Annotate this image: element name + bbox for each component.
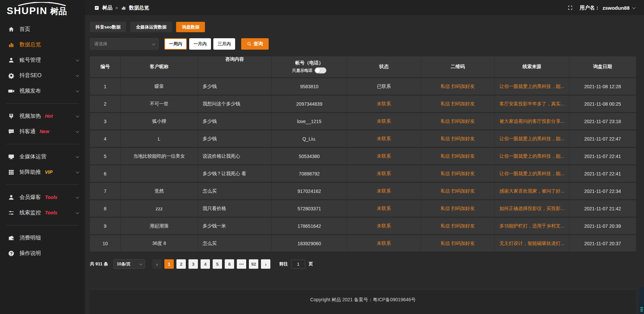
logo-text-cn: 树品 [50,6,67,17]
page-button[interactable]: 92 [249,259,258,269]
sidebar-item[interactable]: 抖音SEO [0,68,85,83]
fullscreen-icon[interactable] [568,5,573,10]
breadcrumb-root[interactable]: 树品 [102,5,112,11]
tab-active[interactable]: 询盘数据 [176,22,205,32]
cell-qrcode-link[interactable]: 私信 扫码加好友 [421,113,495,129]
sidebar-divider [6,185,79,185]
sliders-icon [8,210,14,216]
cell-date: 2021-11-08 12:28 [569,78,636,95]
table-row: 6多少钱？让我死心 看70898792未联系私信 扫码加好友让你一眼就爱上的黑科… [90,165,636,182]
sidebar-item[interactable]: 数据总览 [0,37,85,52]
goto-suffix: 页 [309,261,313,267]
cell-qrcode-link[interactable]: 私信 扫码加好友 [421,165,495,182]
app-window: SHUPIN 树品 首页数据总览账号管理抖音SEO视频发布视频加热Hot抖客通N… [0,0,644,314]
cell-date: 2021-11-07 22:47 [569,130,636,147]
cell-status: 未联系 [347,113,421,129]
sidebar-divider [6,225,79,225]
cell-qrcode-link[interactable]: 私信 扫码加好友 [421,78,495,95]
cell-content: 多少钱 [198,78,272,95]
col-header-content: 咨询内容 [198,56,272,77]
filter-bar: 请选择 一周内一月内三月内 查询 [90,38,636,50]
user-icon [8,57,14,63]
cell-source-link[interactable]: 让你一眼就爱上的黑科技，能... [495,148,569,164]
sidebar-item[interactable]: 首页 [0,21,85,37]
page-button[interactable]: 2 [176,259,186,269]
phone-only-toggle[interactable] [315,67,326,73]
pagination: 共 911 条 10条/页 ‹123456•••92› 前往 页 [90,259,636,269]
page-size-value: 10条/页 [117,261,130,267]
col-header-status: 状态 [347,56,421,77]
cell-serial: 2 [90,96,121,112]
cell-serial: 10 [90,235,121,252]
range-button[interactable]: 一周内 [164,38,187,50]
table-row: 8zzz我只看价格572803371未联系私信 扫码加好友如何正确选择投影仪，买… [90,200,636,217]
user-menu[interactable]: 用户名：zswodun88 [580,5,635,11]
username-label: 用户名： [580,5,600,11]
cell-qrcode-link[interactable]: 私信 扫码加好友 [421,148,495,164]
cell-status: 未联系 [347,130,421,147]
edge-widget[interactable] [639,287,644,314]
sidebar-item[interactable]: 消费明细 [0,230,85,246]
cell-date: 2021-11-07 20:37 [569,235,636,252]
cell-source-link[interactable]: 被大家追着问的客厅投影分享... [495,113,569,129]
cell-qrcode-link[interactable]: 私信 扫码加好友 [421,235,495,252]
breadcrumb-separator: > [115,5,118,10]
cell-nickname: 当地比较能吃的一位美女 [121,148,198,164]
page-button[interactable]: 5 [213,259,222,269]
range-button[interactable]: 三月内 [213,38,235,50]
cell-qrcode-link[interactable]: 私信 扫码加好友 [421,96,495,112]
prev-page-button[interactable]: ‹ [152,259,162,269]
sidebar-item[interactable]: 账号管理 [0,52,85,68]
logo-text-en: SHUPIN [7,5,48,16]
range-button[interactable]: 一月内 [189,38,211,50]
cell-source-link[interactable]: 如何正确选择投影仪，买投影... [495,200,569,217]
goto-label: 前往 [279,261,288,267]
cell-source-link[interactable]: 感谢大家喜欢我家，被问了好... [495,183,569,199]
app-logo: SHUPIN 树品 [0,0,85,18]
sidebar-item[interactable]: 视频发布 [0,83,85,99]
page-button[interactable]: 1 [164,259,174,269]
more-pages-button[interactable]: ••• [237,259,246,269]
cell-content: 多少钱一米 [198,218,272,234]
sidebar-item[interactable]: 矩阵助推VIP [0,164,85,180]
cell-nickname: 狐小狸 [121,113,198,129]
cell-qrcode-link[interactable]: 私信 扫码加好友 [421,183,495,199]
chat-icon [8,128,14,135]
cell-source-link[interactable]: 让你一眼就爱上的黑科技，能... [495,78,569,95]
cell-content: 我只看价格 [198,200,272,217]
col-header-nickname: 客户昵称 [121,56,198,77]
next-page-button[interactable]: › [261,259,270,269]
sidebar-item[interactable]: 视频加热Hot [0,108,85,124]
sidebar-item[interactable]: 抖客通New [0,124,85,139]
sidebar-item[interactable]: 线索监控Tools [0,205,85,220]
cell-source-link[interactable]: 让你一眼就爱上的黑科技，能... [495,165,569,182]
cell-source-link[interactable]: 无主灯设计，智能磁吸轨道灯... [495,235,569,252]
goto-page: 前往 页 [279,260,313,269]
cell-source-link[interactable]: 客厅安装投影半年多了，真实... [495,96,569,112]
cell-account: love__1215 [272,113,347,129]
cell-account: 2097344839 [272,96,347,112]
goto-page-input[interactable] [291,260,305,269]
search-button[interactable]: 查询 [241,38,269,50]
page-button[interactable]: 3 [189,259,198,269]
page-size-select[interactable]: 10条/页 [113,259,145,269]
cell-qrcode-link[interactable]: 私信 扫码加好友 [421,200,495,217]
cell-qrcode-link[interactable]: 私信 扫码加好友 [421,130,495,147]
cell-qrcode-link[interactable]: 私信 扫码加好友 [421,218,495,234]
page-button[interactable]: 4 [201,259,210,269]
sidebar-item-label: 数据总览 [19,41,41,48]
page-buttons: ‹123456•••92› [152,259,270,269]
sidebar-item[interactable]: 会员爆客Tools [0,190,85,205]
tab-item[interactable]: 全媒体运营数据 [130,22,172,32]
sidebar-item[interactable]: 全媒体运营 [0,149,85,164]
cell-source-link[interactable]: 让你一眼就爱上的黑科技，能... [495,130,569,147]
cell-serial: 7 [90,183,121,199]
cell-nickname: 不可一世 [121,96,198,112]
filter-select[interactable]: 请选择 [90,38,159,50]
tab-item[interactable]: 抖音seo数据 [90,22,126,32]
cell-source-link[interactable]: 多功能护栏灯，适用于乡村文... [495,218,569,234]
sidebar-item[interactable]: 操作说明 [0,246,85,261]
cell-nickname: 暧章 [121,78,198,95]
chevron-down-icon [76,89,79,92]
page-button[interactable]: 6 [225,259,234,269]
